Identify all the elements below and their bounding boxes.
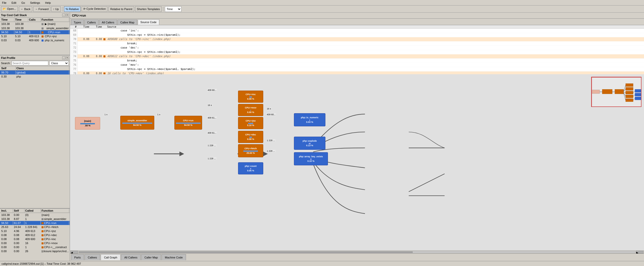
node-pct: 25.63 % [246,152,255,154]
table-row[interactable]: 99.70 {global} [0,70,70,74]
tab-call-graph[interactable]: Call Graph [101,254,121,260]
table-row[interactable]: 103.38 103.38 simple_assembler [0,26,70,30]
menu-settings[interactable]: Settings [29,1,41,5]
tab-all-callers[interactable]: All Callers [99,19,117,25]
func-color-dot [42,35,44,37]
search-input[interactable] [12,61,48,65]
table-row[interactable]: 0.00 0.00 1 CPU->__construct [0,245,70,249]
menu-file[interactable]: File [1,1,8,5]
call-dot [103,72,105,74]
col-time2: Time [14,18,28,21]
rel-parent-button[interactable]: Relative to Parent [108,6,134,12]
table-row[interactable]: 94.50 94.50 1 CPU->run [0,30,70,34]
node-cpu-mov[interactable]: CPU->mov 0.00 % [238,104,263,116]
col-t2: Time [90,25,103,28]
cell-self: 0.08 [13,233,24,237]
menu-edit[interactable]: Edit [11,1,17,5]
tab-callee-map[interactable]: Callee Map [118,19,137,25]
close-btn2[interactable]: × [66,56,69,59]
minimize-btn2[interactable]: _ [62,56,65,59]
node-php-explode[interactable]: php::explode 0.13 % [294,137,325,150]
node-cpu-fetch[interactable]: CPU->fetch 25.63 % [238,144,263,157]
tab-types[interactable]: Types [71,19,84,25]
table-row[interactable]: 0.08 0.08 409 600 CPU->inc [0,237,70,241]
h-scrollbar[interactable]: ◀ ▶ [70,250,644,253]
top-cost-table-header: Time Time Calls Function [0,18,70,22]
forward-button[interactable]: → Forward [33,6,50,12]
table-row[interactable]: 0.30 php [0,74,70,79]
func-color-dot [42,40,44,42]
node-cpu-jnz[interactable]: CPU->jnz 5.10 % [238,117,263,129]
col-called: Called [24,209,41,212]
cell-time1: 5.10 [1,34,14,38]
menu-help[interactable]: Help [44,1,52,5]
node-php-count[interactable]: php::count 0.05 % [238,162,263,174]
menu-go[interactable]: Go [20,1,26,5]
line-number: 77 [70,67,78,71]
graph-area[interactable]: {main} .50 % 1 x simple_assembler 94.50 … [70,74,644,253]
table-row[interactable]: 5.10 4.96 409 613 CPU->jnz [0,229,70,233]
node-cpu-run[interactable]: CPU->run 94.50 % [174,116,202,130]
tab-parts[interactable]: Parts [71,254,84,260]
table-row[interactable]: 103.38 8.87 1 simple_assembler [0,217,70,221]
table-row[interactable]: 25.63 24.64 1 228 841 CPU->fetch [0,225,70,229]
node-cpu-inc[interactable]: CPU->inc 0.08 % [238,91,263,103]
table-row[interactable]: 0.03 0.03 409 600 php::is_numeric [0,38,70,42]
cell-calls [28,26,41,30]
cell-time2: 103.38 [14,22,28,26]
scrollbar-thumb[interactable] [79,251,413,253]
scrollbar-right-btn[interactable]: ▶ [636,251,643,253]
table-row[interactable]: 103.38 0.00 (0) {main} [0,213,70,217]
svg-rect-11 [626,95,633,98]
col-incl: Incl. [1,209,13,212]
table-row[interactable]: 94.50 61.07 1 CPU->run [0,221,70,225]
relative-button[interactable]: % Relative [64,6,81,12]
line-number: 73 [70,50,78,54]
cell-self: 4.96 [13,229,24,233]
cell-func: CPU->run [41,221,69,225]
line-number: 68 [70,29,78,33]
tab-source-code[interactable]: Source Code [138,19,159,25]
node-php-is-numeric[interactable]: php::is_numeric 0.03 % [294,113,325,126]
node-pct: .50 % [85,124,90,127]
node-cpu-dec[interactable]: CPU->dec 0.08 % [238,131,263,143]
class-select[interactable]: Class [49,61,69,65]
tab-all-callees[interactable]: All Callees [121,254,141,260]
tab-caller-map[interactable]: Caller Map [141,254,161,260]
line-time1 [78,59,90,63]
flat-table: Self Class 99.70 {global} 0.30 php [0,66,70,208]
up-button[interactable]: ↑ Up [51,6,61,12]
back-button[interactable]: ← Back [19,6,32,12]
cell-called: 26 [24,249,41,253]
col-source: Source [106,25,644,28]
cell-incl: 0.00 [1,249,13,253]
table-row[interactable]: 0.08 0.08 409 612 CPU->dec [0,233,70,237]
minimize-btn[interactable]: _ [62,14,65,17]
cycle-button[interactable]: ⟳ Cycle Detection [82,6,107,12]
node-label: php::explode [302,140,317,142]
tab-callees[interactable]: Callees [85,254,100,260]
table-row[interactable]: 5.10 5.10 409 613 CPU->jnz [0,34,70,38]
panel-controls2: _ × [62,56,69,59]
scrollbar-track[interactable] [79,251,635,253]
shorten-button[interactable]: Shorten Templates [135,6,162,12]
node-main[interactable]: {main} .50 % [75,117,100,130]
close-btn[interactable]: × [66,14,69,17]
source-line: 76 case 'mov': [70,63,644,67]
source-line: 71 break; [70,42,644,46]
table-row[interactable]: 0.00 0.00 26 {closure:/app/src/ind... [0,249,70,253]
cell-class: {global} [16,71,69,74]
tab-callers[interactable]: Callers [84,19,98,25]
time-select[interactable]: Time Calls Memory [165,6,181,12]
scrollbar-left-btn[interactable]: ◀ [70,251,78,253]
table-row[interactable]: 103.38 103.38 ▶ {main} [0,22,70,26]
open-button[interactable]: 📂 Open... [1,6,18,12]
node-php-array-key-exists[interactable]: php::array_key_exists 0.10 % [294,152,328,165]
table-row[interactable]: 0.00 0.00 16 CPU->mov [0,241,70,245]
call-indicator [103,63,106,67]
tab-machine-code[interactable]: Machine Code [162,254,186,260]
line-code: $this->pc = $this->dec($param1); [106,50,644,54]
func-color-dot [42,23,44,25]
callees-section: Incl. Self Called Function 103.38 0.00 (… [0,208,70,261]
node-simple-assembler[interactable]: simple_assembler 94.50 % [120,116,154,130]
